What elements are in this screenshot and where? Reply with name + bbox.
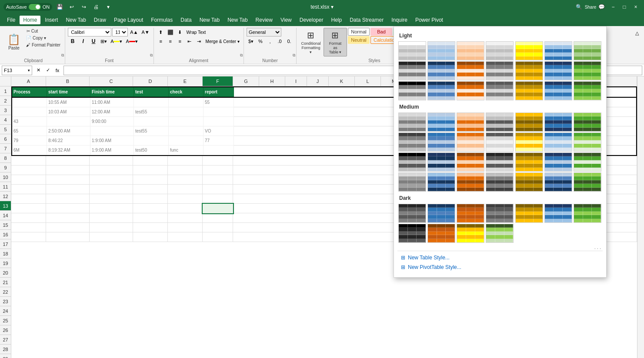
table-style-item-gold-m[interactable] [515, 113, 543, 132]
align-middle-button[interactable]: ⬛ [166, 28, 175, 36]
menu-review[interactable]: Review [252, 16, 276, 24]
row-6[interactable]: 6 [0, 134, 11, 144]
table-style-item-blue2-m[interactable] [544, 113, 572, 132]
row-13[interactable]: 13 [0, 201, 11, 211]
table-style-item-orange-dark-header[interactable] [457, 61, 484, 80]
cell-e10[interactable] [168, 175, 203, 185]
cell-a2[interactable] [12, 98, 47, 107]
table-style-item-orange-light[interactable] [457, 41, 484, 60]
align-bottom-button[interactable]: ⬇ [176, 28, 184, 36]
menu-help[interactable]: Help [327, 16, 345, 24]
row-10[interactable]: 10 [0, 172, 11, 182]
font-expand[interactable]: ⧉ [150, 53, 153, 58]
table-style-item-blue-light[interactable] [427, 41, 455, 60]
table-style-item-orange-m4[interactable] [457, 172, 484, 192]
cell-e11[interactable] [168, 185, 203, 194]
cell-f14[interactable] [203, 213, 233, 223]
cell-e3[interactable] [169, 107, 204, 117]
align-center-button[interactable]: ≡ [166, 37, 175, 46]
col-header-c[interactable]: C [90, 76, 133, 86]
table-style-item-blue-m[interactable] [427, 113, 455, 132]
row-5[interactable]: 5 [0, 125, 11, 134]
table-style-item-blue-m3[interactable] [427, 152, 455, 172]
row-2[interactable]: 2 [0, 96, 11, 106]
indent-increase-button[interactable]: ⇥ [195, 37, 204, 46]
search-button[interactable]: 🔍 [574, 2, 584, 12]
table-style-item-green-light[interactable] [574, 41, 601, 60]
comments-button[interactable]: 💬 [597, 2, 607, 12]
row-4[interactable]: 4 [0, 115, 11, 125]
menu-developer[interactable]: Developer [296, 16, 327, 24]
cut-button[interactable]: ✂ Cut [24, 28, 40, 34]
menu-powerpivot[interactable]: Power Pivot [412, 16, 447, 24]
cell-c8[interactable] [90, 156, 133, 166]
align-top-button[interactable]: ⬆ [157, 28, 165, 36]
cell-e14[interactable] [168, 213, 203, 223]
col-header-f[interactable]: F [203, 76, 233, 86]
menu-view[interactable]: View [277, 16, 295, 24]
col-header-a[interactable]: A [11, 76, 46, 86]
row-11[interactable]: 11 [0, 182, 11, 192]
decimal-increase-button[interactable]: .0 [275, 37, 284, 46]
cell-e1[interactable]: check [169, 87, 204, 97]
italic-button[interactable]: I [78, 37, 88, 46]
format-painter-button[interactable]: 🖌 Format Painter [24, 42, 62, 48]
cell-c11[interactable] [90, 185, 133, 194]
cell-f5[interactable]: VO [204, 126, 234, 136]
table-style-item-plain-m4[interactable] [398, 172, 426, 192]
cell-c5[interactable] [90, 126, 134, 136]
table-style-item-gray-light[interactable] [486, 41, 514, 60]
copy-button[interactable]: 📄 Copy ▾ [24, 35, 48, 41]
row-1[interactable]: 1 [0, 86, 11, 96]
table-style-item-gold-m2[interactable] [515, 133, 543, 152]
col-header-g[interactable]: G [233, 76, 259, 86]
font-name-select[interactable]: Calibri [68, 28, 111, 36]
cell-c3[interactable]: 12:00 AM [90, 107, 134, 117]
col-header-k[interactable]: K [329, 76, 355, 86]
cell-d4[interactable] [134, 117, 169, 126]
cell-b3[interactable]: 10:03 AM [47, 107, 90, 117]
cell-f7[interactable] [204, 146, 234, 155]
table-style-item-gray-m2[interactable] [486, 133, 514, 152]
cell-d6[interactable] [134, 136, 169, 146]
menu-pagelayout[interactable]: Page Layout [110, 16, 147, 24]
menu-formulas[interactable]: Formulas [147, 16, 176, 24]
row-3[interactable]: 3 [0, 106, 11, 115]
font-color-button[interactable]: A ▾ [124, 37, 139, 46]
cell-a12[interactable] [11, 194, 46, 204]
cell-b14[interactable] [46, 213, 90, 223]
cell-a13[interactable] [11, 204, 46, 213]
table-style-item-blue-border[interactable] [427, 81, 455, 100]
cell-d3[interactable]: test55 [134, 107, 169, 117]
number-format-select[interactable]: General [247, 28, 281, 36]
fill-color-button[interactable]: A ▾ [109, 37, 123, 46]
table-style-item-gold-m4[interactable] [515, 172, 543, 192]
cell-b9[interactable] [46, 166, 90, 175]
formula-insert-button[interactable]: fx [53, 66, 62, 75]
table-style-item-green-m2[interactable] [574, 133, 601, 152]
autosave-toggle[interactable]: AutoSave ON [3, 3, 52, 11]
table-style-item-green-d2[interactable] [486, 224, 514, 243]
percent-button[interactable]: % [256, 37, 265, 46]
alignment-expand[interactable]: ⧉ [240, 53, 243, 58]
cell-c10[interactable] [90, 175, 133, 185]
menu-data[interactable]: Data [177, 16, 195, 24]
table-style-item-gray-dark-header[interactable] [486, 61, 514, 80]
col-header-h[interactable]: H [259, 76, 285, 86]
cell-e7[interactable]: func [169, 146, 204, 155]
row-19[interactable]: 19 [0, 259, 11, 268]
merge-center-button[interactable]: Merge & Center ▾ [204, 37, 241, 46]
cell-d1[interactable]: test [134, 87, 169, 97]
table-style-item-orange-d[interactable] [457, 204, 484, 223]
table-style-item-green-m3[interactable] [574, 152, 601, 172]
cell-e6[interactable] [169, 136, 204, 146]
conditional-formatting-button[interactable]: ⊞ ConditionalFormatting ▾ [299, 28, 323, 56]
table-style-item-blue2-light[interactable] [544, 41, 572, 60]
cell-b2[interactable]: 10:55 AM [47, 98, 90, 107]
row-14[interactable]: 14 [0, 211, 11, 220]
menu-draw[interactable]: Draw [90, 16, 110, 24]
table-style-item-blue-m2[interactable] [427, 133, 455, 152]
row-26[interactable]: 26 [0, 325, 11, 335]
bold-button[interactable]: B [68, 37, 77, 46]
table-style-item-blue3-dark-header[interactable] [544, 61, 572, 80]
